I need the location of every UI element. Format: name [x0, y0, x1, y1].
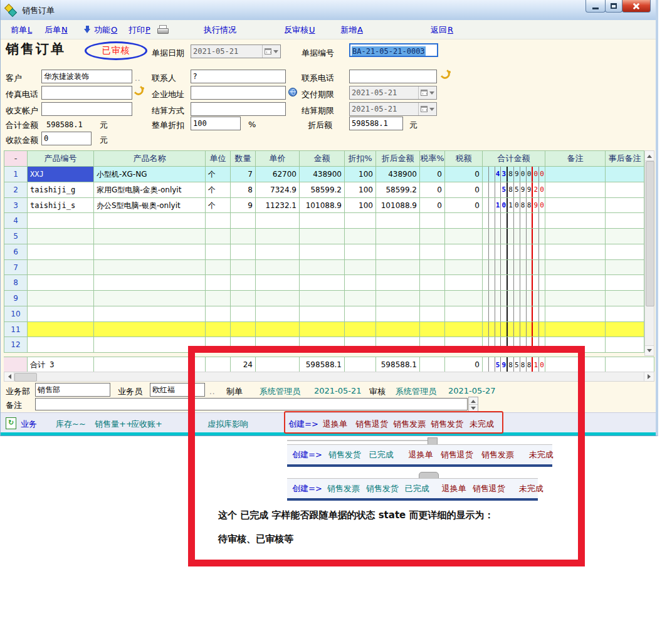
cell-code[interactable]: taishiji_s [28, 198, 94, 214]
cell-digits[interactable]: 10108890 [483, 198, 545, 214]
cell-unit[interactable] [206, 275, 231, 291]
salesman-input[interactable]: 欧红福 [150, 383, 205, 397]
cell-code[interactable] [28, 291, 94, 306]
cell-disc[interactable] [345, 275, 376, 291]
cell-post[interactable] [606, 306, 644, 322]
status-link[interactable]: 未完成 [470, 419, 494, 430]
customer-input[interactable]: 华东捷波装饰 [41, 70, 132, 83]
cell-tax[interactable] [445, 275, 483, 291]
status-link[interactable]: 退换单 [323, 419, 347, 430]
cell-remark[interactable] [545, 275, 606, 291]
cell-amount[interactable]: 438900 [300, 167, 345, 182]
printer-icon-button[interactable] [157, 24, 169, 35]
status-link[interactable]: 创建=> [288, 419, 318, 430]
cell-disc[interactable] [345, 244, 376, 260]
row-number[interactable]: 3 [4, 198, 28, 214]
cell-remark[interactable] [545, 337, 606, 353]
phone-icon[interactable] [440, 70, 451, 80]
cell-code[interactable] [28, 306, 94, 322]
vertical-scrollbar[interactable] [644, 150, 654, 356]
row-number[interactable]: 5 [4, 229, 28, 244]
cell-name[interactable] [94, 322, 206, 338]
cell-digits[interactable] [483, 275, 545, 291]
cell-unit[interactable] [206, 322, 231, 338]
row-number[interactable]: 6 [4, 244, 28, 260]
cell-price[interactable] [256, 291, 300, 306]
titlebar[interactable]: 销售订单 [1, 0, 656, 21]
cell-unit[interactable] [206, 229, 231, 244]
spinner-down-button[interactable] [469, 405, 478, 412]
cell-taxrate[interactable] [420, 275, 445, 291]
cell-tax[interactable] [445, 229, 483, 244]
cell-name[interactable] [94, 260, 206, 276]
row-number[interactable]: 12 [4, 337, 28, 353]
cell-tax[interactable]: 0 [445, 182, 483, 198]
cell-disc[interactable] [345, 306, 376, 322]
received-input[interactable]: 0 [41, 132, 92, 145]
cell-amount[interactable] [300, 306, 345, 322]
cell-name[interactable] [94, 213, 206, 229]
add-new-button[interactable]: 新增A [340, 24, 363, 36]
scroll-up-arrow[interactable] [645, 151, 654, 161]
cell-post[interactable] [606, 182, 644, 198]
cell-taxrate[interactable] [420, 306, 445, 322]
cell-digits[interactable] [483, 229, 545, 244]
cell-qty[interactable]: 8 [231, 182, 256, 198]
after-discount-input[interactable]: 598588.1 [349, 117, 403, 130]
calendar-dropdown[interactable] [418, 86, 434, 99]
minimize-button[interactable] [585, 0, 606, 13]
row-number[interactable]: 8 [4, 275, 28, 291]
cell-price[interactable] [256, 244, 300, 260]
cell-disc[interactable] [345, 337, 376, 353]
cell-price[interactable]: 11232.1 [256, 198, 300, 214]
cell-digits[interactable] [483, 322, 545, 338]
cell-remark[interactable] [545, 213, 606, 229]
calendar-dropdown[interactable] [262, 45, 278, 58]
cell-post[interactable] [606, 260, 644, 276]
cell-amount[interactable]: 58599.2 [300, 182, 345, 198]
cell-after[interactable] [376, 322, 420, 338]
cell-price[interactable] [256, 306, 300, 322]
cell-after[interactable] [376, 213, 420, 229]
cell-remark[interactable] [545, 322, 606, 338]
cell-post[interactable] [606, 229, 644, 244]
cell-digits[interactable]: 5859920 [483, 182, 545, 198]
horizontal-scrollbar[interactable] [4, 372, 654, 382]
status-link[interactable]: 销售退货 [355, 419, 388, 430]
cell-disc[interactable] [345, 213, 376, 229]
functions-button[interactable]: 功能O [84, 24, 117, 36]
cell-disc[interactable] [345, 291, 376, 306]
cell-price[interactable] [256, 213, 300, 229]
status-link[interactable]: 销售发票 [393, 419, 426, 430]
cell-remark[interactable] [545, 260, 606, 276]
cell-after[interactable] [376, 337, 420, 353]
cell-amount[interactable] [300, 291, 345, 306]
cell-name[interactable] [94, 275, 206, 291]
cell-digits[interactable] [483, 244, 545, 260]
scroll-left-arrow[interactable] [4, 372, 14, 381]
cell-code[interactable]: XXJ [28, 167, 94, 182]
doc-no-input[interactable]: BA-21-05-21-0003 [349, 43, 438, 57]
cell-amount[interactable] [300, 213, 345, 229]
row-number[interactable]: 9 [4, 291, 28, 306]
settle-method-input[interactable] [191, 102, 286, 116]
cell-post[interactable] [606, 213, 644, 229]
cell-post[interactable] [606, 167, 644, 182]
cell-digits[interactable] [483, 337, 545, 353]
cell-code[interactable] [28, 260, 94, 276]
cell-name[interactable]: 小型机-XG-NG [94, 167, 206, 182]
cell-amount[interactable] [300, 229, 345, 244]
cell-disc[interactable]: 100 [345, 167, 376, 182]
cell-price[interactable] [256, 260, 300, 276]
calendar-dropdown[interactable] [418, 103, 434, 115]
cell-code[interactable] [28, 275, 94, 291]
next-doc-button[interactable]: 后单N [45, 24, 68, 36]
statusbar-tab[interactable]: 虚拟库影响 [207, 419, 248, 430]
statusbar-tab[interactable]: 业务 [21, 419, 37, 430]
cell-post[interactable] [606, 291, 644, 306]
cell-taxrate[interactable] [420, 337, 445, 353]
unaudit-button[interactable]: 反审核U [284, 24, 315, 36]
cell-taxrate[interactable] [420, 213, 445, 229]
cell-after[interactable]: 438900 [376, 167, 420, 182]
cell-qty[interactable] [231, 244, 256, 260]
